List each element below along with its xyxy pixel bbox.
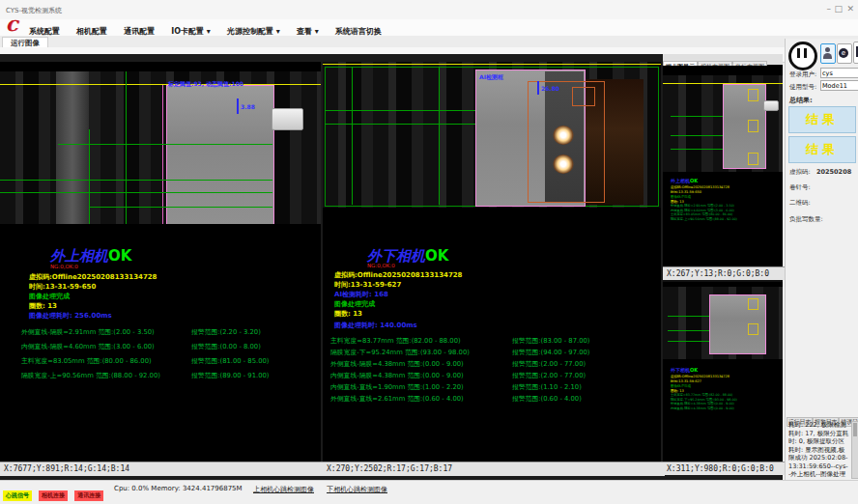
detected-part-region [723,84,766,169]
result-indicator-lower: 结果 [788,136,856,163]
total-result-label: 总结果: [789,96,813,105]
process-done-line: 图像处理完成 [334,299,375,309]
alarm-range: 报警范围:(2.00 - 77.00) [512,371,586,380]
pixel-coordinate-bar: X:311;Y:980;R:0;G:0;B:0 [663,462,786,475]
time-line: 时间:13-31-59-627 [334,280,401,290]
pixel-coordinate-bar: X:270;Y:2502;R:17;G:17;B:17 [323,462,665,476]
yellow-scan-line [323,64,661,65]
virtual-code-label: 虚拟码: [789,168,811,177]
thumbnail-lower-camera[interactable]: 外下相机OK 虚拟码:Offline20250208133134728 时间:1… [663,282,783,475]
green-guide-vline [352,67,353,205]
measurement-row: 隔膜宽度-上=90.56mm 范围:(88.00 - 92.00) [671,217,790,222]
process-done-line: 图像处理完成 [29,292,70,301]
result-indicator-upper: 结果 [788,106,856,133]
lower-camera-heartbeat-link[interactable]: 下相机心跳检测图像 [327,485,387,494]
pause-button[interactable] [788,42,817,70]
log-scrollbar[interactable] [851,421,858,479]
upper-camera-heartbeat-link[interactable]: 上相机心跳检测图像 [253,485,314,494]
measurement-row: 隔膜宽度-上=90.56mm 范围:(88.00 - 92.00) [21,371,160,380]
threshold-overlay-text: 标定阈值:93, 动态阈值:100 [168,80,243,89]
virtual-code-line: 虚拟码:Offline20250208133134728 [334,270,463,280]
green-measure-hline [58,144,272,145]
measurement-row: 内侧直线-直线=1.90mm 范围:(1.00 - 2.20) [330,382,464,392]
disc-icon: e [839,48,848,58]
turn-count-line: 圈数: 13 [334,309,362,319]
white-clip-feature [272,108,303,130]
heartbeat-badge: 心跳信号 [3,490,32,501]
green-measure-hline [0,180,272,181]
ng-note: NG:0,OK:0 [367,263,395,268]
user-login-button[interactable] [820,43,836,64]
measurement-row: 外侧直线-隔膜=2.91mm 范围:(2.00 - 3.50) [21,327,155,337]
ai-elapsed-line: AI检测耗时: 168 [334,290,388,299]
yellow-feature-box [748,323,758,335]
machine-highlight [56,71,89,224]
virtual-code-value: 20250208 [816,168,851,176]
thumb-image [663,287,783,359]
camera-name: 外上相机 [671,179,690,184]
yellow-feature-box [748,120,758,132]
user-icon [823,53,832,59]
thumbnail-upper-camera[interactable]: 外上相机OK 虚拟码:Offline20250208133134728 时间:1… [663,66,783,280]
alarm-range: 报警范围:(2.00 - 77.00) [512,359,586,369]
pause-icon [797,48,800,58]
green-measure-hline [671,116,723,117]
measure-value-label: 3.88 [241,103,255,110]
login-user-label: 登录用户: [789,70,816,79]
alarm-range: 报警范围:(83.00 - 87.00) [512,336,589,346]
measurement-row: 内侧直线-隔膜=4.38mm 范围:(0.00 - 9.00) [330,371,464,380]
camera-panel-upper: 标定阈值:93, 动态阈值:100 3.88 外上相机OK NG:0,OK:0 … [0,62,321,475]
alarm-range: 报警范围:(2.20 - 3.20) [191,327,261,337]
record-button[interactable]: e [837,43,852,64]
alarm-range: 报警范围:(1.10 - 2.10) [512,382,582,392]
measurement-row: 主料宽度=83.77mm 范围:(82.00 - 88.00) [330,336,461,346]
green-measure-hline [671,135,723,136]
result-ok-badge: OK [690,179,698,184]
measure-bracket [537,81,539,95]
green-measure-hline [668,330,709,331]
user-icon [825,47,830,52]
camera-name: 外上相机 [50,247,108,265]
camera-view-lower[interactable]: AI检测框 26.80 [323,62,661,208]
alarm-range: 报警范围:(0.00 - 8.00) [191,342,261,351]
pixel-coordinate-bar: X:7677;Y:891;R:14;G:14;B:14 [0,462,325,476]
close-button[interactable]: ✕ [846,4,854,14]
measure-bracket [237,98,239,114]
thumb-image [663,75,783,172]
scrollbar-thumb[interactable] [853,423,857,436]
camera-panel-lower: AI检测框 26.80 外下相机OK NG:0,OK:0 虚拟码:Offline… [323,62,661,475]
measurement-row: 主料宽度=83.05mm 范围:(80.00 - 86.00) [21,356,152,366]
elapsed-line: 图像处理耗时: 256.00ms [29,311,112,321]
time-line: 时间:13-31-59-650 [29,282,96,292]
pixel-coordinate-bar: X:267;Y:13;R:0;G:0;B:0 [663,266,786,280]
yellow-feature-box [748,153,758,165]
green-measure-hline [0,192,272,193]
pause-icon [804,48,807,58]
maximize-button[interactable]: □ [834,4,843,14]
camera-view-upper[interactable]: 标定阈值:93, 动态阈值:100 3.88 [0,71,321,224]
measurement-row: 外侧直线-直线=2.61mm 范围:(0.60 - 4.00) [330,394,464,404]
thumbnail-column: 端点图显示相机内视图坐标内视图 外上相机OK 虚拟码:Offline202502… [663,54,783,475]
ng-note: NG:0,OK:0 [50,264,78,269]
alarm-range: 报警范围:(94.00 - 97.00) [512,348,589,357]
app-logo-icon: C [6,17,17,35]
green-guide-vline [126,71,127,224]
green-measure-hline [325,124,475,125]
titlebar: CYS-视觉检测系统 – □ ✕ [0,0,858,20]
measurement-row: 内侧直线-隔膜=4.60mm 范围:(3.00 - 6.00) [21,342,155,351]
yellow-feature-box [748,298,758,310]
magenta-edge-line [162,85,163,224]
model-input[interactable] [820,80,858,91]
thumb-overlay-text: 外上相机OK 虚拟码:Offline20250208133134728 时间:1… [671,178,790,221]
minimize-button[interactable]: – [827,4,832,14]
thumb-overlay-text: 外下相机OK 虚拟码:Offline20250208133134728 时间:1… [671,367,790,410]
login-user-input[interactable] [820,68,858,78]
yellow-feature-box [748,89,758,101]
alarm-range: 报警范围:(81.00 - 85.00) [191,356,269,366]
exit-button[interactable]: ➜ [853,42,858,64]
result-ok-badge: OK [690,368,698,374]
batch-count-label: 负批写数量: [789,215,823,224]
green-measure-hline [668,316,709,317]
app-window: CYS-视觉检测系统 – □ ✕ C 系统配置 相机配置 通讯配置 IO卡配置 … [0,0,858,504]
window-title: CYS-视觉检测系统 [6,6,62,15]
